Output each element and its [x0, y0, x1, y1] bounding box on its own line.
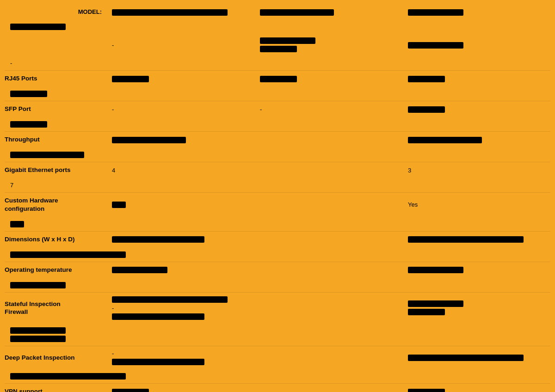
dimensions-col2 [254, 235, 402, 243]
header-row: MODEL: [5, 5, 550, 34]
optemp-col1 [106, 263, 254, 277]
dimensions-val3 [408, 236, 524, 243]
optemp-val3 [408, 267, 463, 273]
sfp-row: SFP Port - - [5, 101, 550, 132]
rj45-col4 [5, 86, 106, 101]
custom-hw-val1 [112, 202, 126, 208]
sfp-val2: - [260, 106, 262, 113]
sfp-label: SFP Port [5, 101, 106, 117]
vpn-val1 [112, 389, 149, 392]
throughput-label: Throughput [5, 132, 106, 147]
custom-hw-label: Custom Hardwareconfiguration [5, 193, 106, 216]
vpn-val3 [408, 389, 445, 392]
throughput-col1 [106, 132, 254, 147]
sfp-col1: - [106, 102, 254, 116]
rj45-col1 [106, 71, 254, 86]
sub-col4: - [5, 56, 106, 70]
dimensions-col1 [106, 232, 254, 247]
col3-header [402, 5, 550, 19]
sub-col3 [402, 37, 550, 52]
subheader-row: - - [5, 34, 550, 71]
col4-header [5, 19, 106, 34]
stateful-val3b [408, 309, 445, 315]
rj45-val4 [10, 91, 47, 97]
throughput-col2 [254, 136, 402, 143]
sfp-val3 [408, 106, 445, 113]
dimensions-col3 [402, 232, 550, 247]
optemp-col3 [402, 263, 550, 277]
dpi-val4 [10, 373, 126, 380]
model1-redacted [112, 9, 228, 16]
throughput-col4 [5, 147, 106, 162]
optemp-col4 [5, 277, 106, 292]
throughput-val3 [408, 137, 482, 143]
dimensions-val1 [112, 236, 204, 243]
gigabit-label: Gigabit Ethernet ports [5, 162, 106, 178]
rj45-val3 [408, 76, 445, 82]
vpn-col1 [106, 384, 254, 392]
stateful-val3a [408, 300, 463, 307]
dimensions-val4 [10, 251, 126, 258]
model-label-text: MODEL: [78, 8, 102, 15]
gigabit-row: Gigabit Ethernet ports 4 3 7 [5, 162, 550, 193]
dpi-col2 [254, 354, 402, 361]
dpi-col3 [402, 350, 550, 365]
vpn-label: VPN support [5, 384, 106, 392]
optemp-label: Operating temperature [5, 262, 106, 278]
dpi-col1: - [106, 346, 254, 369]
rj45-col2 [254, 71, 402, 86]
sfp-val4 [10, 121, 47, 128]
sub-val4: - [10, 60, 12, 67]
rj45-col3 [402, 71, 550, 86]
stateful-col2 [254, 304, 402, 312]
custom-hw-col2 [254, 201, 402, 208]
dpi-val3 [408, 355, 524, 361]
gigabit-col1: 4 [106, 163, 254, 178]
dpi-val1b [112, 359, 204, 365]
vpn-col2 [254, 388, 402, 392]
stateful-col3 [402, 297, 550, 319]
custom-hw-col1 [106, 197, 254, 212]
sub-edition2b [260, 46, 297, 52]
stateful-col1: - [106, 293, 254, 324]
gigabit-col3: 3 [402, 163, 550, 178]
throughput-col3 [402, 132, 550, 147]
sub-col2 [254, 34, 402, 56]
custom-hw-row: Custom Hardwareconfiguration Yes [5, 193, 550, 232]
col1-header [106, 5, 254, 19]
optemp-val4 [10, 282, 66, 288]
stateful-label: Stateful InspectionFirewall [5, 296, 106, 320]
model4-redacted [10, 24, 66, 30]
sub-col1: - [106, 38, 254, 52]
sub-val1: - [112, 42, 114, 49]
sfp-col4 [5, 117, 106, 132]
dimensions-label: Dimensions (W x H x D) [5, 232, 106, 247]
stateful-val4b [10, 336, 66, 342]
optemp-col2 [254, 266, 402, 274]
rj45-val1 [112, 76, 149, 82]
gigabit-col4: 7 [5, 178, 106, 192]
stateful-val1b: - [112, 305, 249, 312]
sub-edition3 [408, 42, 463, 49]
throughput-val4 [10, 152, 84, 158]
rj45-val2 [260, 76, 297, 82]
vpn-row: VPN support [5, 384, 550, 392]
model-label: MODEL: [5, 5, 106, 19]
comparison-table: MODEL: - - [5, 0, 550, 392]
dimensions-col4 [5, 247, 106, 262]
dpi-row: Deep Packet Inspection - [5, 346, 550, 384]
rj45-label: RJ45 Ports [5, 71, 106, 86]
stateful-val1a [112, 296, 228, 303]
gigabit-col2 [254, 166, 402, 174]
gigabit-val1: 4 [112, 167, 115, 174]
sub-edition2a [260, 37, 315, 44]
model2-redacted [260, 9, 334, 16]
stateful-val4a [10, 327, 66, 334]
sfp-val1: - [112, 106, 114, 113]
throughput-row: Throughput [5, 132, 550, 162]
dpi-label: Deep Packet Inspection [5, 350, 106, 366]
optemp-row: Operating temperature [5, 262, 550, 293]
model3-redacted [408, 9, 463, 16]
stateful-val1c [112, 313, 204, 320]
vpn-col3 [402, 384, 550, 392]
